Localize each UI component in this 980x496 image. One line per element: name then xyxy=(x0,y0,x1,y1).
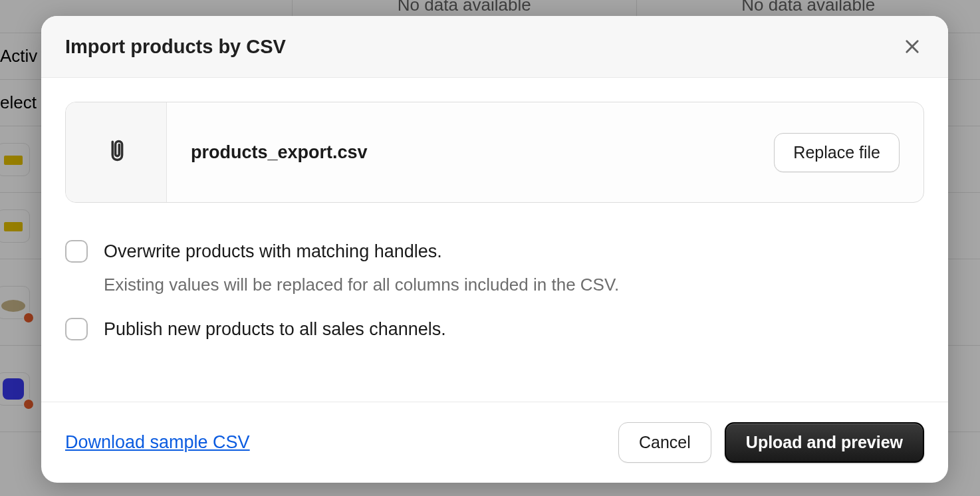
upload-preview-button[interactable]: Upload and preview xyxy=(725,422,924,463)
publish-checkbox[interactable] xyxy=(65,318,88,340)
file-info: products_export.csv Replace file xyxy=(167,102,923,202)
file-name: products_export.csv xyxy=(191,142,368,163)
replace-file-button[interactable]: Replace file xyxy=(774,133,900,172)
publish-option: Publish new products to all sales channe… xyxy=(65,318,924,341)
paperclip-icon xyxy=(104,139,128,166)
footer-actions: Cancel Upload and preview xyxy=(618,422,924,463)
modal-title: Import products by CSV xyxy=(65,36,286,58)
modal-header: Import products by CSV xyxy=(41,16,948,78)
download-sample-link[interactable]: Download sample CSV xyxy=(65,432,250,453)
overwrite-checkbox[interactable] xyxy=(65,240,88,263)
import-options: Overwrite products with matching handles… xyxy=(65,240,924,341)
modal-body: products_export.csv Replace file Overwri… xyxy=(41,78,948,402)
cancel-button[interactable]: Cancel xyxy=(618,422,711,463)
modal-footer: Download sample CSV Cancel Upload and pr… xyxy=(41,402,948,483)
option-text: Overwrite products with matching handles… xyxy=(104,240,924,297)
import-csv-modal: Import products by CSV products_export.c… xyxy=(41,16,948,483)
option-text: Publish new products to all sales channe… xyxy=(104,318,924,341)
publish-label: Publish new products to all sales channe… xyxy=(104,318,924,341)
uploaded-file-card: products_export.csv Replace file xyxy=(65,102,924,203)
file-icon-zone xyxy=(66,102,167,202)
overwrite-option: Overwrite products with matching handles… xyxy=(65,240,924,297)
overwrite-description: Existing values will be replaced for all… xyxy=(104,274,924,297)
overwrite-label: Overwrite products with matching handles… xyxy=(104,240,924,263)
close-icon xyxy=(903,37,921,56)
close-button[interactable] xyxy=(900,35,924,59)
